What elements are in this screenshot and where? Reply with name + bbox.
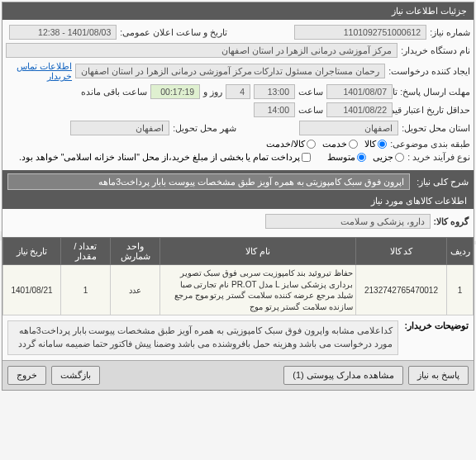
td-qty: 1 (61, 265, 111, 315)
cat-goods[interactable]: کالا (364, 139, 387, 149)
requester-label: ایجاد کننده درخواست: (388, 66, 470, 76)
need-number-field: 1101092751000612 (294, 25, 426, 40)
notes-row: توضیحات خریدار: کداعلامی مشابه واپرون فو… (2, 315, 474, 360)
reply-deadline-time: 13:00 (254, 84, 295, 99)
td-row: 1 (447, 265, 474, 315)
category-label: طبقه بندی موضوعی: (390, 139, 470, 149)
td-unit: عدد (111, 265, 160, 315)
cat-gs-radio[interactable] (307, 140, 316, 149)
pt-medium-radio[interactable] (357, 153, 366, 162)
panel-title: جزئیات اطلاعات نیاز (2, 2, 474, 20)
back-button[interactable]: بازگشت (51, 366, 100, 385)
city-field: اصفهان (70, 121, 169, 135)
cat-goods-service[interactable]: کالا/خدمت (266, 139, 316, 149)
table-row[interactable]: 1 2132742765470012 حفاظ تیروئید بند کامپ… (3, 265, 474, 315)
days-label: روز و (203, 87, 222, 97)
remaining-label: ساعت باقی مانده (81, 87, 147, 97)
price-valid-date: 1401/08/22 (326, 102, 393, 117)
td-code: 2132742765470012 (356, 265, 447, 315)
cat-goods-radio[interactable] (378, 140, 387, 149)
goods-group-field: دارو، پزشکی و سلامت (265, 214, 431, 229)
reply-deadline-date: 1401/08/07 (326, 84, 393, 99)
remaining-time: 00:17:19 (150, 84, 200, 99)
buyer-org-field: مرکز آموزشی درمانی الزهرا در استان اصفها… (6, 43, 397, 58)
cat-service[interactable]: خدمت (322, 139, 358, 149)
th-qty: تعداد / مقدار (61, 238, 111, 265)
days-value: 4 (226, 84, 250, 99)
requester-field: رحمان مستاجران مسئول تدارکات مرکز آموزشی… (75, 64, 385, 78)
city-label: شهر محل تحویل: (173, 123, 236, 133)
cat-service-label: خدمت (322, 139, 347, 149)
cat-gs-label: کالا/خدمت (266, 139, 305, 149)
exit-button[interactable]: خروج (7, 366, 46, 385)
notes-text: کداعلامی مشابه واپرون فوق سبک کامپوزیتی … (7, 320, 398, 355)
details-panel: جزئیات اطلاعات نیاز شماره نیاز: 11010927… (2, 2, 474, 391)
table-header-row: ردیف کد کالا نام کالا واحد شمارش تعداد /… (3, 238, 474, 265)
province-field: اصفهان (299, 121, 398, 135)
goods-table: ردیف کد کالا نام کالا واحد شمارش تعداد /… (2, 237, 474, 315)
cat-goods-label: کالا (364, 139, 376, 149)
contact-link[interactable]: اطلاعات تماس خریدار (6, 61, 72, 81)
payment-note: پرداخت تمام یا بخشی از مبلغ خرید،از محل … (19, 152, 300, 162)
pt-small[interactable]: جزیی (373, 152, 404, 162)
notes-label: توضیحات خریدار: (405, 320, 469, 355)
reply-deadline-label: مهلت ارسال پاسخ: تا تاریخ: (396, 87, 470, 97)
th-date: تاریخ نیاز (3, 238, 61, 265)
td-name: حفاظ تیروئید بند کامپوزیت سربی فوق سبک ت… (160, 265, 356, 315)
announce-field: 1401/08/03 - 12:38 (9, 25, 117, 40)
need-desc-label: شرح کلی نیاز: (416, 177, 469, 187)
th-code: کد کالا (356, 238, 447, 265)
need-desc-row: شرح کلی نیاز: اپرون فوق سبک کامپوزیتی به… (2, 170, 474, 193)
footer-bar: پاسخ به نیاز مشاهده مدارک پیوستی (1) باز… (2, 360, 474, 390)
th-name: نام کالا (160, 238, 356, 265)
attachments-button[interactable]: مشاهده مدارک پیوستی (1) (283, 366, 403, 385)
announce-label: تاریخ و ساعت اعلان عمومی: (120, 27, 227, 37)
purchase-type-label: نوع فرآیند خرید : (407, 152, 470, 162)
time-label-2: ساعت (298, 105, 323, 115)
purchase-type-group: جزیی متوسط (327, 152, 404, 162)
price-valid-time: 14:00 (254, 102, 295, 117)
goods-group-label: گروه کالا: (434, 216, 469, 226)
need-desc-field: اپرون فوق سبک کامپوزیتی به همره آویز طبق… (7, 173, 410, 190)
cat-service-radio[interactable] (349, 140, 358, 149)
goods-section-header: اطلاعات کالاهای مورد نیاز (2, 193, 474, 209)
th-row: ردیف (447, 238, 474, 265)
td-date: 1401/08/21 (3, 265, 61, 315)
category-group: کالا خدمت کالا/خدمت (266, 139, 387, 149)
pt-small-radio[interactable] (395, 153, 404, 162)
reply-button[interactable]: پاسخ به نیاز (408, 366, 469, 385)
pt-small-label: جزیی (373, 152, 393, 162)
pt-medium[interactable]: متوسط (327, 152, 366, 162)
payment-check[interactable] (302, 153, 311, 162)
buyer-org-label: نام دستگاه خریدار: (401, 45, 470, 55)
need-number-label: شماره نیاز: (430, 27, 470, 37)
pt-medium-label: متوسط (327, 152, 355, 162)
province-label: استان محل تحویل: (402, 123, 470, 133)
time-label-1: ساعت (298, 87, 323, 97)
th-unit: واحد شمارش (111, 238, 160, 265)
form-body: شماره نیاز: 1101092751000612 تاریخ و ساع… (2, 20, 474, 170)
price-valid-label: حداقل تاریخ اعتبار قیمت: تا تاریخ: (396, 105, 470, 115)
payment-note-item[interactable]: پرداخت تمام یا بخشی از مبلغ خرید،از محل … (19, 152, 311, 162)
